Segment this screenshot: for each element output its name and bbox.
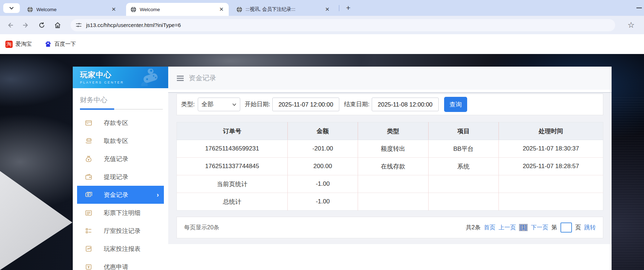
bookmarks-bar: 淘 爱淘宝 百度一下 bbox=[0, 34, 644, 54]
tab-close-icon[interactable]: ✕ bbox=[110, 6, 117, 13]
section-underline bbox=[80, 108, 163, 109]
jump-page-input[interactable] bbox=[560, 222, 572, 233]
tab-close-icon[interactable]: ✕ bbox=[218, 6, 225, 13]
sidebar-item-deposit-zone[interactable]: 存款专区 bbox=[77, 114, 164, 132]
fund-records-table: 订单号 金额 类型 项目 处理时间 1762511436599231 -201.… bbox=[176, 122, 603, 211]
money-bag-icon bbox=[85, 155, 92, 162]
cell-empty bbox=[498, 175, 603, 193]
column-header: 类型 bbox=[358, 122, 428, 140]
list-items-icon bbox=[85, 227, 92, 234]
main-panel: 资金记录 类型: 全部 开始日期: 结束日期: 查询 bbox=[168, 67, 612, 270]
type-select[interactable]: 全部 bbox=[198, 98, 240, 111]
pagination-controls: 共2条 首页 上一页 [1] 下一页 第 页 跳转 bbox=[466, 222, 596, 233]
sidebar-item-label: 玩家投注报表 bbox=[104, 245, 140, 253]
sidebar-header: 玩家中心 PLAYERS CENTER bbox=[73, 67, 168, 88]
refresh-icon[interactable] bbox=[37, 21, 46, 30]
tab-welcome-1[interactable]: Welcome ✕ bbox=[23, 3, 121, 16]
main-content: 类型: 全部 开始日期: 结束日期: 查询 订单号 金额 类型 bbox=[168, 93, 612, 244]
sidebar-item-label: 提现记录 bbox=[104, 173, 128, 181]
next-page-link[interactable]: 下一页 bbox=[531, 224, 548, 231]
coupon-icon bbox=[85, 263, 92, 270]
home-icon[interactable] bbox=[53, 21, 62, 30]
tab-close-icon[interactable]: ✕ bbox=[323, 6, 331, 13]
sidebar-item-withdrawal-records[interactable]: 提现记录 bbox=[77, 168, 164, 186]
cell-amount: -1.00 bbox=[287, 175, 358, 193]
cell-type: 额度转出 bbox=[358, 140, 428, 158]
sidebar-item-label: 资金记录 bbox=[104, 191, 128, 199]
jump-button[interactable]: 跳转 bbox=[584, 224, 596, 231]
forward-icon[interactable] bbox=[22, 21, 30, 30]
cell-time: 2025-11-07 18:30:37 bbox=[498, 140, 603, 158]
address-bar[interactable]: js13.cc/hhcp/usercenter.html?iniType=6 bbox=[71, 19, 615, 31]
start-date-label: 开始日期: bbox=[245, 100, 270, 108]
cell-label: 当前页统计 bbox=[177, 175, 288, 193]
cell-amount: -1.00 bbox=[287, 193, 358, 211]
globe-icon bbox=[236, 6, 242, 13]
tab-welcome-2-active[interactable]: Welcome ✕ bbox=[126, 3, 229, 16]
sidebar-item-player-bet-report[interactable]: 玩家投注报表 bbox=[77, 240, 164, 258]
cell-type: 在线存款 bbox=[358, 158, 428, 175]
gamepad-icon bbox=[134, 69, 162, 86]
cell-project: BB平台 bbox=[428, 140, 498, 158]
total-count: 共2条 bbox=[466, 224, 480, 231]
bookmark-taobao[interactable]: 淘 爱淘宝 bbox=[5, 41, 32, 48]
table-row: 1762511436599231 -201.00 额度转出 BB平台 2025-… bbox=[177, 140, 603, 158]
pagination-bar: 每页显示20条 共2条 首页 上一页 [1] 下一页 第 页 跳转 bbox=[176, 217, 603, 238]
end-date-input[interactable] bbox=[372, 98, 439, 111]
back-icon[interactable] bbox=[6, 21, 14, 30]
column-header: 处理时间 bbox=[498, 122, 603, 140]
sidebar-item-hall-bet-records[interactable]: 厅室投注记录 bbox=[77, 222, 164, 240]
table-row-total-stats: 总统计 -1.00 bbox=[177, 193, 603, 211]
sidebar-item-withdraw-zone[interactable]: 取款专区 bbox=[77, 132, 164, 150]
sidebar-item-lottery-bet-detail[interactable]: 彩票下注明细 bbox=[77, 204, 164, 222]
cell-amount: 200.00 bbox=[287, 158, 358, 175]
first-page-link[interactable]: 首页 bbox=[484, 224, 495, 231]
sidebar-item-fund-records[interactable]: 资金记录 › bbox=[77, 186, 164, 204]
cell-order-no: 1762511436599231 bbox=[177, 140, 288, 158]
tab-records[interactable]: :::视讯, 会员下注纪录::: ✕ bbox=[232, 3, 335, 16]
current-page-indicator: [1] bbox=[519, 224, 528, 231]
column-header: 订单号 bbox=[177, 122, 288, 140]
cell-empty bbox=[358, 175, 428, 193]
bookmark-label: 爱淘宝 bbox=[15, 41, 32, 48]
sidebar-item-label: 存款专区 bbox=[104, 119, 128, 127]
list-card-icon bbox=[85, 209, 92, 216]
column-header: 金额 bbox=[287, 122, 358, 140]
sidebar-item-recharge-records[interactable]: 充值记录 bbox=[77, 150, 164, 168]
search-button[interactable]: 查询 bbox=[444, 97, 467, 112]
taobao-icon: 淘 bbox=[5, 41, 13, 48]
hamburger-icon[interactable] bbox=[177, 75, 184, 82]
window-minimize-button[interactable] bbox=[636, 8, 642, 8]
table-row: 1762511337744845 200.00 在线存款 系统 2025-11-… bbox=[177, 158, 603, 175]
prev-page-link[interactable]: 上一页 bbox=[498, 224, 516, 231]
sidebar-item-promo-apply[interactable]: 优惠申请 bbox=[77, 258, 164, 270]
cell-label: 总统计 bbox=[177, 193, 288, 211]
sidebar-item-label: 取款专区 bbox=[104, 137, 128, 145]
cell-project: 系统 bbox=[428, 158, 498, 175]
hand-money-icon bbox=[85, 137, 92, 144]
sidebar-item-label: 厅室投注记录 bbox=[104, 227, 140, 235]
fund-records-icon bbox=[85, 191, 92, 198]
chart-icon bbox=[85, 245, 92, 252]
start-date-input[interactable] bbox=[272, 98, 339, 111]
bookmark-baidu[interactable]: 百度一下 bbox=[45, 41, 76, 48]
jump-prefix-label: 第 bbox=[551, 224, 557, 231]
tab-title: Welcome bbox=[36, 7, 57, 12]
sidebar-item-label: 充值记录 bbox=[104, 155, 128, 163]
cell-empty bbox=[498, 193, 603, 211]
site-settings-icon[interactable] bbox=[76, 22, 82, 28]
bookmark-label: 百度一下 bbox=[54, 41, 76, 48]
sidebar-menu: 存款专区 取款专区 充值记录 提现记录 资金记录 › 彩票下注明细 bbox=[73, 114, 168, 270]
cell-empty bbox=[358, 193, 428, 211]
bookmark-star-icon[interactable]: ☆ bbox=[627, 21, 635, 30]
new-tab-button[interactable]: + bbox=[343, 3, 353, 13]
sidebar-section-title: 财务中心 bbox=[80, 95, 161, 105]
end-date-label: 结束日期: bbox=[344, 100, 370, 108]
jump-suffix-label: 页 bbox=[575, 224, 581, 231]
url-text[interactable]: js13.cc/hhcp/usercenter.html?iniType=6 bbox=[86, 22, 181, 28]
tab-search-button[interactable] bbox=[3, 3, 20, 13]
tab-divider bbox=[339, 5, 339, 11]
page-title: 资金记录 bbox=[189, 73, 216, 83]
table-row-page-stats: 当前页统计 -1.00 bbox=[177, 175, 603, 193]
page-background: 玩家中心 PLAYERS CENTER 财务中心 存款专区 取款专区 bbox=[0, 54, 644, 270]
